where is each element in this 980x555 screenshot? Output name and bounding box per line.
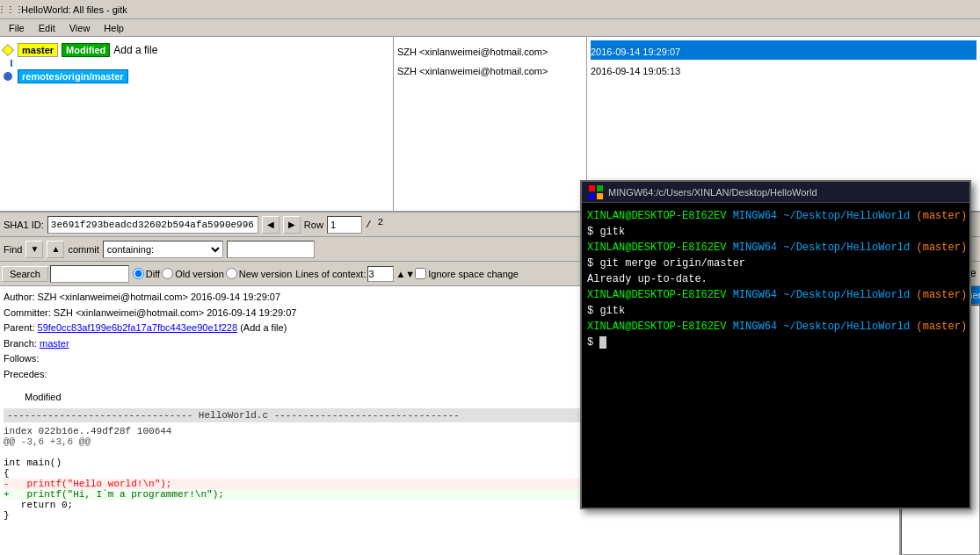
row-slash: / <box>366 220 372 230</box>
commit-graph: master Modified Add a file remotes/origi… <box>0 37 394 211</box>
term-user-3: XINLAN@DESKTOP-E8I62EV <box>587 289 726 301</box>
terminal-title-text: MINGW64:/c/Users/XINLAN/Desktop/HelloWor… <box>608 187 817 198</box>
term-cmd-2: $ git merge origin/master <box>587 256 964 271</box>
terminal-body[interactable]: XINLAN@DESKTOP-E8I62EV MINGW64 ~/Desktop… <box>582 203 969 508</box>
author-row-1[interactable]: SZH <xinlanweimei@hotmail.com> <box>397 40 583 60</box>
row-label: Row <box>304 220 323 230</box>
menu-view[interactable]: View <box>62 21 98 35</box>
context-input[interactable] <box>367 266 394 282</box>
svg-rect-3 <box>597 193 603 199</box>
find-mode-select[interactable]: containing: touching paths: adding/remov… <box>103 241 223 258</box>
term-dir-2: MINGW64 ~/Desktop/HelloWorld <box>733 241 911 254</box>
term-cmd-text-4: $ <box>587 336 599 349</box>
term-user-1: XINLAN@DESKTOP-E8I62EV <box>587 210 726 222</box>
author-2: SZH <xinlanweimei@hotmail.com> <box>397 66 548 76</box>
terminal-window: MINGW64:/c/Users/XINLAN/Desktop/HelloWor… <box>580 180 971 509</box>
parent-label: Parent: <box>4 322 34 333</box>
term-branch-3: (master) <box>916 289 967 301</box>
term-user-2: XINLAN@DESKTOP-E8I62EV <box>587 241 726 254</box>
app-icon: ⋮⋮⋮ <box>4 3 18 17</box>
term-output-text-1: Already up-to-date. <box>587 273 708 285</box>
author-row-2[interactable]: SZH <xinlanweimei@hotmail.com> <box>397 60 583 79</box>
terminal-icon <box>589 185 603 199</box>
node-diamond-1 <box>2 44 14 56</box>
sha1-prev-btn[interactable]: ◀ <box>262 216 279 234</box>
new-version-radio[interactable] <box>226 268 237 279</box>
context-spinner[interactable]: ▲▼ <box>396 269 415 279</box>
old-version-label: Old version <box>175 269 224 279</box>
branch-label-remote[interactable]: remotes/origin/master <box>18 69 128 83</box>
commit-author-col: SZH <xinlanweimei@hotmail.com> SZH <xinl… <box>394 37 587 211</box>
term-line-1: XINLAN@DESKTOP-E8I62EV MINGW64 ~/Desktop… <box>587 208 964 224</box>
search-button[interactable]: Search <box>2 266 48 282</box>
branch-link[interactable]: master <box>40 338 69 349</box>
diff-radio[interactable] <box>133 268 144 279</box>
svg-rect-2 <box>589 193 595 199</box>
branch-label-static: Branch: <box>4 338 37 349</box>
term-line-3: XINLAN@DESKTOP-E8I62EV MINGW64 ~/Desktop… <box>587 287 964 303</box>
ignore-space-label: Ignore space change <box>428 269 519 279</box>
term-cmd-text-3: $ gitk <box>587 305 625 317</box>
svg-rect-0 <box>589 185 595 191</box>
add-file-text: Add a file <box>113 44 157 56</box>
menu-file[interactable]: File <box>2 21 32 35</box>
terminal-title-bar: MINGW64:/c/Users/XINLAN/Desktop/HelloWor… <box>582 182 969 203</box>
date-2: 2016-09-14 19:05:13 <box>591 66 680 76</box>
commit-row-2[interactable]: remotes/origin/master <box>4 67 389 86</box>
new-version-label: New version <box>239 269 293 279</box>
ignore-check: Ignore space change <box>415 268 519 279</box>
svg-rect-1 <box>597 185 603 191</box>
connector-line <box>4 60 389 67</box>
term-cmd-4: $ <box>587 335 964 350</box>
parent-msg: (Add a file) <box>240 322 287 333</box>
commit-label: commit <box>68 244 98 255</box>
version-radios: Diff Old version New version <box>133 268 292 279</box>
term-branch-1: (master) <box>916 210 967 222</box>
diff-label: Diff <box>146 269 160 279</box>
term-branch-2: (master) <box>916 241 967 254</box>
find-down-btn[interactable]: ▼ <box>25 241 43 258</box>
term-dir-3: MINGW64 ~/Desktop/HelloWorld <box>733 289 911 301</box>
ignore-space-checkbox[interactable] <box>415 268 426 279</box>
old-version-radio[interactable] <box>162 268 173 279</box>
sha1-label: SHA1 ID: <box>4 220 44 230</box>
find-label: Find <box>4 244 22 255</box>
grep-input[interactable] <box>50 265 129 283</box>
branch-label-modified[interactable]: Modified <box>62 43 110 57</box>
menu-help[interactable]: Help <box>97 21 131 35</box>
term-output-1: Already up-to-date. <box>587 271 964 287</box>
context-label: Lines of context: <box>295 269 366 279</box>
node-circle-2 <box>4 72 12 81</box>
term-cmd-1: $ gitk <box>587 224 964 240</box>
row-total: 2 <box>374 216 410 234</box>
term-branch-4: (master) <box>916 321 967 333</box>
diff-line-6: } <box>4 510 896 521</box>
title-bar: ⋮⋮⋮ HelloWorld: All files - gitk <box>0 0 980 19</box>
title-bar-text: HelloWorld: All files - gitk <box>21 4 127 15</box>
term-cmd-text-2: $ git merge origin/master <box>587 257 745 270</box>
commit-row-1[interactable]: master Modified Add a file <box>4 40 389 60</box>
date-1: 2016-09-14 19:29:07 <box>591 47 680 57</box>
sha1-input[interactable] <box>47 216 258 234</box>
sha1-next-btn[interactable]: ▶ <box>283 216 301 234</box>
term-line-4: XINLAN@DESKTOP-E8I62EV MINGW64 ~/Desktop… <box>587 319 964 335</box>
term-dir-1: MINGW64 ~/Desktop/HelloWorld <box>733 210 911 222</box>
term-dir-4: MINGW64 ~/Desktop/HelloWorld <box>733 321 911 333</box>
term-cursor <box>599 336 606 349</box>
term-line-2: XINLAN@DESKTOP-E8I62EV MINGW64 ~/Desktop… <box>587 240 964 256</box>
row-input[interactable] <box>327 216 362 234</box>
term-cmd-3: $ gitk <box>587 303 964 319</box>
date-row-2[interactable]: 2016-09-14 19:05:13 <box>591 60 976 79</box>
author-1: SZH <xinlanweimei@hotmail.com> <box>397 47 548 57</box>
branch-label-master[interactable]: master <box>18 43 58 57</box>
menu-edit[interactable]: Edit <box>32 21 62 35</box>
term-user-4: XINLAN@DESKTOP-E8I62EV <box>587 321 726 333</box>
parent-hash-link[interactable]: 59fe0cc83af199e6b2fa17a7fbc443ee90e1f228 <box>38 322 238 333</box>
date-row-1[interactable]: 2016-09-14 19:29:07 <box>591 40 976 60</box>
find-up-btn[interactable]: ▲ <box>47 241 64 258</box>
context-group: Lines of context: ▲▼ <box>295 266 415 282</box>
commit-line <box>11 60 12 67</box>
find-text-input[interactable] <box>227 241 315 258</box>
menu-bar: File Edit View Help <box>0 19 980 37</box>
term-cmd-text-1: $ gitk <box>587 226 625 238</box>
